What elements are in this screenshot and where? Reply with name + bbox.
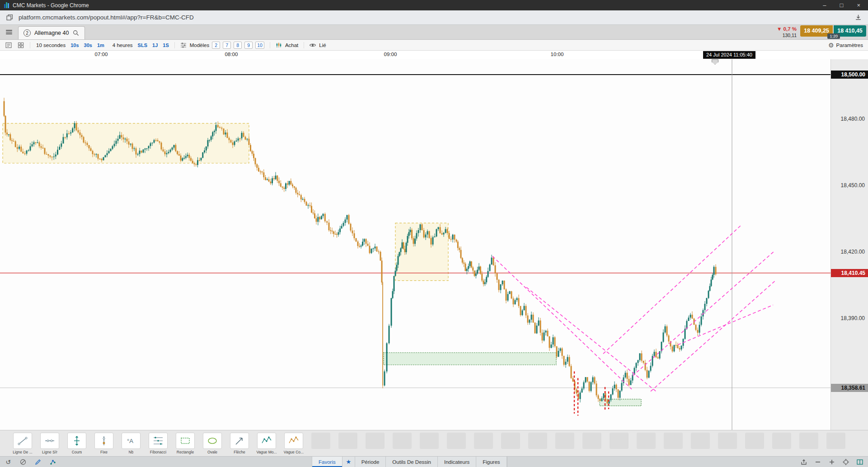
disable-icon[interactable] (19, 458, 27, 466)
tab-indicateurs[interactable]: Indicateurs (438, 457, 476, 467)
buy-chart-icon[interactable] (275, 42, 282, 49)
tool-slot-empty (361, 433, 389, 454)
layout-count-7-button[interactable]: 7 (223, 42, 231, 49)
menu-icon[interactable] (5, 28, 13, 36)
duration-dropdown[interactable]: 4 heures (113, 42, 133, 48)
time-axis[interactable]: 07:0008:0009:0010:00 24 Jul 2024 11:05:4… (0, 51, 868, 59)
tool-slot-empty (633, 433, 660, 454)
close-button[interactable]: × (857, 0, 860, 10)
empty-tool-slot (637, 433, 656, 449)
window-title: CMC Markets - Google Chrome (13, 2, 89, 9)
layout-count-2-button[interactable]: 2 (212, 42, 220, 49)
bottom-left-icons: ↺ (5, 457, 56, 467)
layout-grid-icon[interactable] (17, 42, 24, 49)
models-icon[interactable] (180, 42, 187, 49)
price-chart[interactable]: 18,480.0018,450.0018,420.0018,390.0018,5… (0, 59, 868, 430)
timeframe-10s-link[interactable]: 10s (70, 42, 79, 48)
crosshair-icon[interactable] (842, 458, 849, 466)
tool-slot-empty (605, 433, 633, 454)
search-icon[interactable] (72, 29, 80, 37)
tool-label: Rectangle (177, 450, 194, 454)
tool-label: Ligne De ... (13, 450, 32, 454)
layout-count-10-button[interactable]: 10 (255, 42, 264, 49)
reset-icon[interactable]: ↺ (5, 458, 12, 466)
favorite-star-button[interactable]: ★ (343, 457, 355, 467)
zoom-in-icon[interactable] (828, 458, 835, 466)
timeframe-dropdown[interactable]: 10 secondes (36, 42, 66, 48)
zoom-out-icon[interactable] (814, 458, 821, 466)
tool-price-tool[interactable]: Cours (63, 433, 90, 454)
tool-fibonacci[interactable]: Fibonacci (145, 433, 172, 454)
tool-slot-empty (660, 433, 687, 454)
hline-sr-icon (40, 433, 59, 449)
eye-icon[interactable] (309, 42, 316, 49)
tool-hline-sr[interactable]: Ligne S/r (36, 433, 63, 454)
trend-lines[interactable] (493, 225, 775, 392)
news-list-icon[interactable] (5, 42, 12, 49)
tool-ellipse-tool[interactable]: Ovale (199, 433, 226, 454)
drawing-box[interactable] (600, 399, 641, 406)
period-1j-link[interactable]: 1J (152, 42, 158, 48)
period-sls-link[interactable]: SLS (138, 42, 147, 48)
time-axis-label: 08:00 (225, 52, 238, 57)
ellipse-tool-icon (203, 433, 222, 449)
nodes-icon[interactable] (49, 458, 56, 466)
url-text[interactable]: platform.cmcmarkets.com/popout.html#/app… (19, 14, 849, 21)
tool-label: Fibonacci (150, 450, 166, 454)
instrument-tab[interactable]: 2 Allemagne 40 (18, 26, 85, 39)
trend-line[interactable] (526, 287, 656, 391)
tab-favoris[interactable]: Favoris (312, 457, 343, 467)
panels-icon[interactable] (856, 458, 863, 466)
buy-mode-button[interactable]: Achat (285, 42, 298, 48)
tab-p-riode[interactable]: Période (355, 457, 386, 467)
empty-tool-slot (311, 433, 330, 449)
trend-line[interactable] (493, 256, 632, 389)
time-axis-label: 09:00 (384, 52, 397, 57)
price-axis-label: 18,450.00 (841, 182, 865, 189)
chart-canvas[interactable] (0, 59, 830, 430)
tool-vline-fixed[interactable]: Fixe (90, 433, 117, 454)
trend-line[interactable] (603, 225, 741, 354)
tool-wave-motive[interactable]: Vague Mo... (253, 433, 280, 454)
text-tool-icon: °A (122, 433, 141, 449)
tool-slot-empty (795, 433, 822, 454)
empty-tool-slot (528, 433, 547, 449)
maximize-button[interactable]: □ (840, 0, 844, 10)
drawing-box[interactable] (384, 353, 556, 365)
tool-slot-empty (389, 433, 416, 454)
current-time-label: 24 Jul 2024 11:05:40 (703, 51, 755, 59)
gear-icon: ⚙ (828, 42, 834, 48)
tool-rectangle-tool[interactable]: Rectangle (172, 433, 199, 454)
timeframe-1m-link[interactable]: 1m (97, 42, 104, 48)
minimize-button[interactable]: – (823, 0, 826, 10)
price-level-tag: 18,500.00 (831, 71, 868, 79)
annotation-boxes[interactable] (3, 123, 641, 406)
trend-line[interactable] (678, 305, 773, 345)
tool-text-tool[interactable]: °ANb (117, 433, 145, 454)
tab-outils-de-dessin[interactable]: Outils De Dessin (386, 457, 438, 467)
tool-trend-line[interactable]: Ligne De ... (9, 433, 36, 454)
pencil-icon[interactable] (34, 458, 42, 466)
price-axis[interactable]: 18,480.0018,450.0018,420.0018,390.0018,5… (830, 59, 868, 430)
price-panel: ▼ 0,7 % 130,11 18 409,25 18 410,45 1:20 (777, 25, 868, 39)
tool-slot-empty (497, 433, 524, 454)
tool-arrow-tool[interactable]: Flèche (226, 433, 253, 454)
linked-button[interactable]: Lié (319, 42, 326, 48)
settings-button[interactable]: ⚙ Paramètres (828, 42, 863, 48)
models-button[interactable]: Modèles (190, 42, 209, 48)
download-icon[interactable] (854, 14, 862, 21)
export-icon[interactable] (800, 458, 807, 466)
instrument-name: Allemagne 40 (34, 30, 69, 36)
tool-label: Flèche (234, 450, 245, 454)
layout-count-8-button[interactable]: 8 (234, 42, 242, 49)
tool-label: Nb (129, 450, 134, 454)
empty-tool-slot (826, 433, 845, 449)
period-1s-link[interactable]: 1S (163, 42, 169, 48)
timeframe-30s-link[interactable]: 30s (84, 42, 92, 48)
layout-count-9-button[interactable]: 9 (244, 42, 253, 49)
tool-wave-corrective[interactable]: Vague Co... (280, 433, 307, 454)
tab-figures[interactable]: Figures (476, 457, 507, 467)
trend-line[interactable] (633, 252, 774, 376)
tabs-icon[interactable] (6, 14, 14, 21)
bottom-tab-strip: Favoris★PériodeOutils De DessinIndicateu… (312, 457, 507, 467)
